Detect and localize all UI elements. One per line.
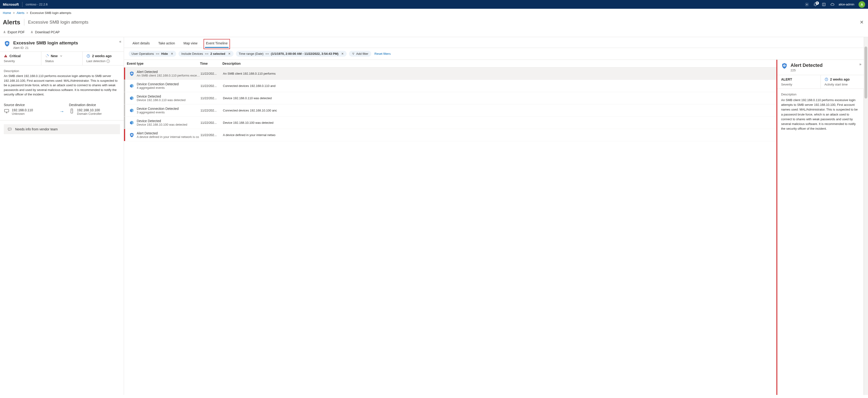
detail-severity-label: Severity [781,83,817,86]
col-time[interactable]: Time [200,62,222,65]
table-row[interactable]: Device Connection Detected4 aggregated e… [124,80,776,92]
table-row[interactable]: Device DetectedDevice 192.168.0.110 was … [124,92,776,104]
info-icon[interactable]: i [106,60,110,63]
download-pcap-button[interactable]: Download PCAP [30,30,60,34]
detail-title: Alert Detected [790,63,823,68]
top-bar: Microsoft contoso - 22.2.6 0 alice-admin… [0,0,868,9]
col-description[interactable]: Description [222,62,774,65]
filter-eq: == [266,52,269,56]
detail-severity-cell: ALERT Severity [777,75,821,89]
breadcrumb-sep: > [26,11,28,14]
filter-key: Include Devices [181,52,203,56]
tenant-label: contoso - 22.2.6 [26,3,48,6]
library-icon[interactable] [822,2,826,7]
tab-event-timeline[interactable]: Event Timeline [205,40,228,48]
tabs-bar: Alert details Take action Map view Event… [124,37,864,48]
shield-icon [129,71,134,76]
row-time: 11/22/202... [200,133,223,137]
main-layout: Excessive SMB login attempts Alert ID: 2… [0,37,868,395]
destination-device-col: Destination device 192.168.10.100 Domain… [69,103,120,116]
tab-take-action[interactable]: Take action [157,40,176,48]
avatar[interactable]: A [859,1,865,8]
server-icon [69,108,74,114]
filter-key: Time range (Date) [239,52,264,56]
page-scrollbar[interactable] [864,37,868,395]
detail-severity-value: ALERT [781,78,792,81]
page-header: Alerts Excessive SMB login attempts ✕ [0,17,868,29]
severity-label: Severity [4,59,37,63]
table-row[interactable]: Alert DetectedA device defined in your i… [124,129,776,141]
export-pdf-button[interactable]: Export PDF [3,30,25,34]
add-filter-label: Add filter [356,52,368,56]
close-button[interactable]: ✕ [858,18,865,26]
note-bar[interactable]: Needs info from vendor team [4,124,120,134]
table-row[interactable]: Device Connection Detected3 aggregated e… [124,104,776,117]
shield-icon [4,40,10,47]
row-stripe [124,117,125,129]
filter-remove-icon[interactable]: ✕ [227,52,231,56]
table-row[interactable]: Alert DetectedAn SMB client 192.168.0.11… [124,67,776,80]
breadcrumb-alerts[interactable]: Alerts [17,11,24,14]
source-device-col: Source device 192.168.0.110 Unknown [4,103,55,116]
filter-eq: == [205,52,209,56]
svg-rect-7 [5,57,6,57]
clock-icon [86,54,90,58]
table-and-detail: Event type Time Description Alert Detect… [124,60,864,395]
export-pdf-label: Export PDF [7,30,25,34]
scroll-thumb[interactable] [864,47,867,98]
col-event-type[interactable]: Event type [127,62,200,65]
alert-stats: Critical Severity New Status 2 weeks ago [0,52,124,65]
row-description: Connected devices 192.168.0.110 and [223,84,774,88]
alert-header: Excessive SMB login attempts Alert ID: 2… [0,37,124,52]
row-description: A device defined in your internal netwo [223,133,774,137]
collapse-button[interactable]: « [119,39,121,44]
description-label: Description [4,69,120,73]
detail-start-cell: 2 weeks ago Activity start time [821,75,864,89]
row-title: Device Detected [137,94,200,98]
row-time: 11/22/202... [200,84,223,88]
breadcrumb-sep: > [13,11,15,14]
add-filter-button[interactable]: Add filter [349,51,371,57]
cloud-icon[interactable] [830,2,834,7]
detail-header: Alert Detected 225 » [777,60,864,75]
breadcrumb-home[interactable]: Home [3,11,11,14]
cube-icon [129,96,134,101]
detail-stats: ALERT Severity 2 weeks ago Activity star… [777,75,864,89]
svg-rect-12 [8,128,11,130]
download-pcap-label: Download PCAP [35,30,60,34]
status-label: Status [45,59,79,63]
page-title: Alerts [3,19,20,26]
filter-val: (1/1/1970, 2:00:00 AM - 11/22/2022, 3:54… [271,52,338,56]
svg-point-11 [71,111,72,111]
settings-icon[interactable] [805,2,809,7]
row-description: Device 192.168.0.110 was detected [223,96,774,100]
expand-button[interactable]: » [859,62,861,66]
table-row[interactable]: Device DetectedDevice 192.168.10.100 was… [124,117,776,129]
tab-alert-details[interactable]: Alert details [131,40,151,48]
last-detection-label: Last detection [86,59,105,63]
chevron-down-icon[interactable] [60,54,63,58]
filter-chip-devices[interactable]: Include Devices == 2 selected ✕ [179,51,234,57]
svg-rect-6 [5,56,6,56]
svg-point-4 [806,4,807,5]
filter-remove-icon[interactable]: ✕ [170,52,173,56]
tab-map-view[interactable]: Map view [183,40,198,48]
filters-bar: User Operations == Hide ✕ Include Device… [124,48,864,60]
reset-filters-link[interactable]: Reset filters [374,52,391,56]
detail-desc-label: Description [781,92,860,97]
row-stripe [124,129,125,141]
description-text: An SMB client 192.168.0.110 performs exc… [4,74,120,97]
filter-val: 2 selected [210,52,225,56]
source-device-label: Source device [4,103,55,107]
alert-id: Alert ID: 21 [13,46,78,50]
status-value: New [51,54,58,58]
cube-icon [129,108,134,113]
notification-icon[interactable]: 0 [813,2,817,7]
detail-description: Description An SMB client 192.168.0.110 … [777,89,863,395]
filter-chip-user-ops[interactable]: User Operations == Hide ✕ [129,51,176,57]
filter-remove-icon[interactable]: ✕ [340,52,344,56]
row-title: Alert Detected [137,70,200,74]
filter-chip-timerange[interactable]: Time range (Date) == (1/1/1970, 2:00:00 … [236,51,347,57]
last-detection-value: 2 weeks ago [92,54,112,58]
row-stripe [124,104,125,117]
